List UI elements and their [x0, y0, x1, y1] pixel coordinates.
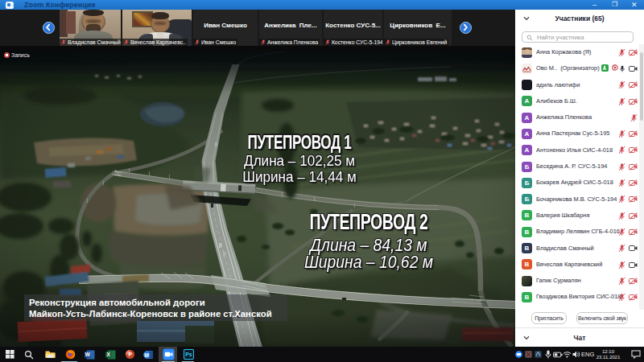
svg-text:M: M	[144, 352, 149, 357]
svg-text:Ps: Ps	[185, 352, 192, 357]
svg-text:X: X	[106, 352, 110, 357]
svg-text:W: W	[85, 352, 90, 357]
svg-text:P: P	[128, 352, 132, 357]
